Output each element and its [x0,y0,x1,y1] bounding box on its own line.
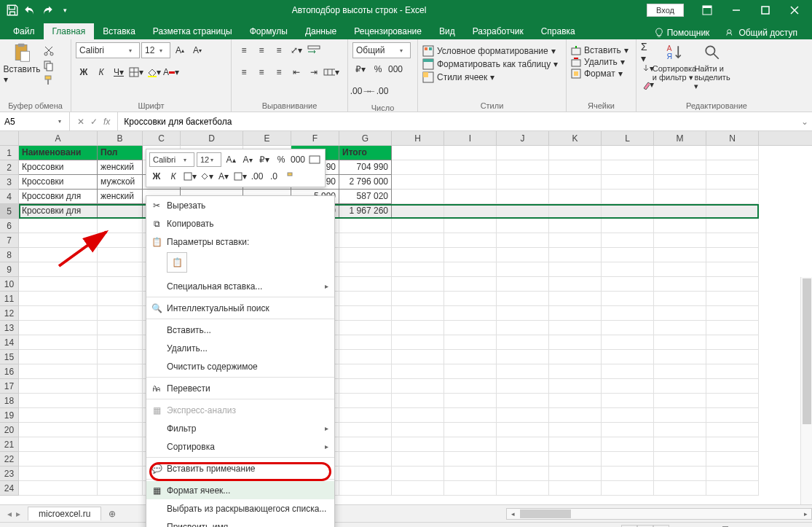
add-sheet-icon[interactable]: ⊕ [101,509,123,519]
tab-formulas[interactable]: Формулы [241,23,296,39]
col-header[interactable]: D [181,131,243,145]
row-header[interactable]: 7 [0,233,19,248]
tab-home[interactable]: Главная [44,23,95,39]
ctx-copy[interactable]: ⧉Копировать [146,214,334,233]
align-top-icon[interactable]: ≡ [236,42,252,58]
italic-button[interactable]: К [93,64,109,80]
mini-painter-icon[interactable] [283,169,298,184]
font-size-combo[interactable]: 12▾ [141,42,170,58]
sheet-nav-prev-icon[interactable]: ◂ [7,509,12,519]
row-header[interactable]: 8 [0,248,19,262]
cell-styles-button[interactable]: Стили ячеек ▾ [422,71,494,83]
format-painter-icon[interactable] [42,74,55,86]
percent-icon[interactable]: % [370,61,386,77]
paste-option-icon[interactable]: 📋 [167,252,187,273]
mini-cond-icon[interactable]: ▾ [233,169,248,184]
enter-icon[interactable]: ✓ [90,117,98,127]
number-format-combo[interactable]: Общий▾ [352,42,411,58]
border-button[interactable]: ▾ [128,64,144,80]
ctx-sort[interactable]: Сортировка▸ [146,437,334,456]
ctx-delete[interactable]: Удалить... [146,339,334,357]
grow-font-icon[interactable]: A▴ [172,42,188,58]
cut-icon[interactable] [42,45,55,57]
find-select-button[interactable]: Найти и выделить ▾ [695,42,730,91]
maximize-icon[interactable] [751,0,780,20]
underline-button[interactable]: Ч ▾ [111,64,127,80]
mini-percent-icon[interactable]: % [274,152,288,167]
undo-icon[interactable] [23,4,36,17]
header-cell[interactable]: Итого [339,146,392,160]
col-header[interactable]: J [497,131,549,145]
col-header[interactable]: C [143,131,181,145]
row-header[interactable]: 5 [0,204,19,219]
col-header[interactable]: G [339,131,392,145]
ctx-clear[interactable]: Очистить содержимое [146,357,334,375]
comma-icon[interactable]: 000 [387,61,403,77]
mini-inc-dec-icon[interactable]: .00 [250,169,264,184]
sheet-nav-next-icon[interactable]: ▸ [16,509,20,519]
row-header[interactable]: 3 [0,175,19,190]
ctx-insert[interactable]: Вставить... [146,321,334,339]
align-bot-icon[interactable]: ≡ [271,42,287,58]
mini-currency-icon[interactable]: ₽▾ [257,152,272,167]
copy-icon[interactable] [42,60,55,71]
mini-size-combo[interactable]: 12▾ [197,152,221,167]
inc-decimal-icon[interactable]: .00→ [352,83,368,99]
col-header[interactable]: E [243,131,291,145]
indent-inc-icon[interactable]: ⇥ [306,64,322,80]
row-header[interactable]: 15 [0,350,19,364]
col-header[interactable]: H [392,131,444,145]
sheet-tab[interactable]: microexcel.ru [28,507,101,520]
wrap-text-icon[interactable] [306,42,322,58]
col-header[interactable]: L [602,131,654,145]
mini-fill-icon[interactable]: ▾ [200,169,214,184]
mini-comma-icon[interactable]: 000 [291,152,305,167]
horizontal-scrollbar[interactable]: ◂▸ [506,508,812,520]
autosum-icon[interactable]: Σ ▾ [641,47,654,58]
tab-developer[interactable]: Разработчик [464,23,532,39]
data-cell[interactable]: 2 796 000 [339,175,392,190]
tab-review[interactable]: Рецензирование [345,23,430,39]
bold-button[interactable]: Ж [76,64,92,80]
row-header[interactable]: 22 [0,452,19,467]
close-icon[interactable] [780,0,809,20]
minimize-icon[interactable] [722,0,751,20]
row-header[interactable]: 14 [0,335,19,350]
data-cell[interactable] [98,204,143,219]
indent-dec-icon[interactable]: ⇤ [288,64,304,80]
row-header[interactable]: 17 [0,379,19,394]
ctx-format-cells[interactable]: ▦Формат ячеек... [146,481,334,499]
fx-icon[interactable]: fx [103,117,110,127]
shrink-font-icon[interactable]: A▾ [189,42,205,58]
col-header[interactable]: B [98,131,143,145]
data-cell[interactable]: Кроссовки [19,160,98,175]
ctx-paste-special[interactable]: Специальная вставка...▸ [146,277,334,295]
row-header[interactable]: 10 [0,277,19,292]
expand-formula-icon[interactable]: ⌄ [797,117,812,127]
tell-me-input[interactable]: Помощник [648,26,716,39]
delete-cells-button[interactable]: Удалить ▾ [571,57,625,67]
save-icon[interactable] [6,4,19,17]
currency-icon[interactable]: ₽▾ [352,61,368,77]
ctx-pick-dropdown[interactable]: Выбрать из раскрывающегося списка... [146,499,334,518]
tab-help[interactable]: Справка [532,23,584,39]
mini-font-combo[interactable]: Calibri▾ [149,152,194,167]
row-header[interactable]: 23 [0,467,19,481]
redo-icon[interactable] [41,4,54,17]
orientation-icon[interactable]: ⤢▾ [288,42,304,58]
row-header[interactable]: 21 [0,437,19,452]
mini-border-icon[interactable]: ▾ [183,169,197,184]
tab-view[interactable]: Вид [430,23,464,39]
row-header[interactable]: 18 [0,394,19,408]
align-mid-icon[interactable]: ≡ [253,42,269,58]
vertical-scrollbar[interactable] [800,277,812,504]
merge-icon[interactable]: ▾ [323,64,339,80]
row-header[interactable]: 13 [0,321,19,335]
ctx-smart-lookup[interactable]: 🔍Интеллектуальный поиск [146,299,334,317]
col-header[interactable]: K [549,131,602,145]
col-header[interactable]: M [654,131,706,145]
col-header[interactable]: I [444,131,497,145]
format-cells-button[interactable]: Формат ▾ [571,69,623,79]
ctx-translate[interactable]: 🗛Перевести [146,379,334,397]
mini-shrink-icon[interactable]: A▾ [240,152,255,167]
